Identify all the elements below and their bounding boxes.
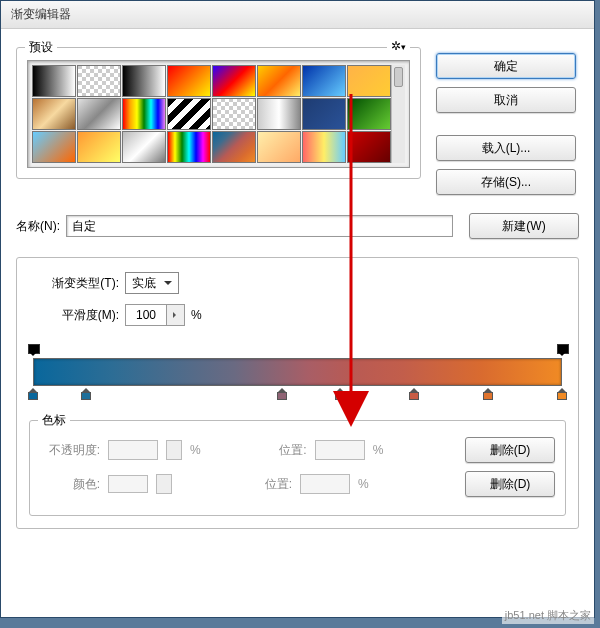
- smoothness-unit: %: [191, 308, 202, 322]
- dialog-body: 预设 ✲▾ 确定 取消 载入(L)... 存储(S)... 名称(N): 新建(…: [1, 29, 594, 617]
- preset-swatch[interactable]: [167, 131, 211, 163]
- color-stop[interactable]: [27, 388, 39, 400]
- stepper-icon: [156, 474, 172, 494]
- button-column: 确定 取消 载入(L)... 存储(S)...: [436, 53, 576, 195]
- titlebar[interactable]: 渐变编辑器: [1, 1, 594, 29]
- presets-scrollbar[interactable]: [391, 65, 405, 163]
- preset-swatch[interactable]: [77, 98, 121, 130]
- opacity-stop[interactable]: [556, 344, 568, 356]
- preset-swatch[interactable]: [347, 98, 391, 130]
- gradient-editor-strip: [33, 344, 562, 400]
- preset-swatch[interactable]: [32, 98, 76, 130]
- opacity-stop[interactable]: [27, 344, 39, 356]
- gradient-bar[interactable]: [33, 358, 562, 386]
- preset-swatch[interactable]: [302, 131, 346, 163]
- preset-swatch[interactable]: [212, 98, 256, 130]
- name-row: 名称(N): 新建(W): [16, 213, 579, 239]
- stops-group: 色标 不透明度: % 位置: % 删除(D) 颜色: 位置:: [29, 420, 566, 516]
- position-label: 位置:: [232, 476, 292, 493]
- color-stop[interactable]: [408, 388, 420, 400]
- name-input[interactable]: [66, 215, 453, 237]
- window-title: 渐变编辑器: [11, 6, 71, 23]
- new-button[interactable]: 新建(W): [469, 213, 579, 239]
- delete-color-stop-button[interactable]: 删除(D): [465, 471, 555, 497]
- color-stop[interactable]: [334, 388, 346, 400]
- presets-legend: 预设: [25, 39, 57, 56]
- gear-icon[interactable]: ✲▾: [387, 39, 410, 53]
- position-label: 位置:: [247, 442, 307, 459]
- gradient-editor-window: 渐变编辑器 预设 ✲▾ 确定 取消 载入(L)... 存储(S)... 名称(N…: [0, 0, 595, 618]
- name-label: 名称(N):: [16, 218, 60, 235]
- cancel-button[interactable]: 取消: [436, 87, 576, 113]
- color-swatch: [108, 475, 148, 493]
- delete-opacity-stop-button[interactable]: 删除(D): [465, 437, 555, 463]
- color-position-input: [300, 474, 350, 494]
- opacity-position-input: [315, 440, 365, 460]
- presets-group: 预设 ✲▾: [16, 47, 421, 179]
- preset-swatch[interactable]: [32, 131, 76, 163]
- preset-swatch[interactable]: [257, 131, 301, 163]
- preset-swatch[interactable]: [77, 131, 121, 163]
- preset-swatch[interactable]: [122, 65, 166, 97]
- color-stop[interactable]: [80, 388, 92, 400]
- watermark: jb51.net 脚本之家: [502, 607, 594, 624]
- gradient-type-label: 渐变类型(T):: [29, 275, 119, 292]
- color-stop[interactable]: [556, 388, 568, 400]
- preset-swatch[interactable]: [167, 65, 211, 97]
- preset-swatch[interactable]: [302, 65, 346, 97]
- stepper-icon[interactable]: [166, 305, 184, 325]
- color-label: 颜色:: [40, 476, 100, 493]
- preset-swatch[interactable]: [257, 65, 301, 97]
- preset-swatch[interactable]: [77, 65, 121, 97]
- presets-grid: [27, 60, 410, 168]
- preset-swatch[interactable]: [347, 131, 391, 163]
- opacity-label: 不透明度:: [40, 442, 100, 459]
- smoothness-label: 平滑度(M):: [29, 307, 119, 324]
- save-button[interactable]: 存储(S)...: [436, 169, 576, 195]
- color-stop[interactable]: [276, 388, 288, 400]
- stepper-icon: [166, 440, 182, 460]
- gradient-settings-group: 渐变类型(T): 实底 平滑度(M): % 色标 不透明度:: [16, 257, 579, 529]
- preset-swatch[interactable]: [257, 98, 301, 130]
- stops-legend: 色标: [38, 412, 70, 429]
- preset-swatch[interactable]: [212, 65, 256, 97]
- preset-swatch[interactable]: [347, 65, 391, 97]
- preset-swatch[interactable]: [32, 65, 76, 97]
- opacity-input: [108, 440, 158, 460]
- load-button[interactable]: 载入(L)...: [436, 135, 576, 161]
- preset-swatch[interactable]: [122, 131, 166, 163]
- ok-button[interactable]: 确定: [436, 53, 576, 79]
- preset-swatch[interactable]: [167, 98, 211, 130]
- preset-swatch[interactable]: [212, 131, 256, 163]
- smoothness-input[interactable]: [125, 304, 185, 326]
- gradient-type-select[interactable]: 实底: [125, 272, 179, 294]
- color-stop[interactable]: [482, 388, 494, 400]
- preset-swatch[interactable]: [302, 98, 346, 130]
- preset-swatch[interactable]: [122, 98, 166, 130]
